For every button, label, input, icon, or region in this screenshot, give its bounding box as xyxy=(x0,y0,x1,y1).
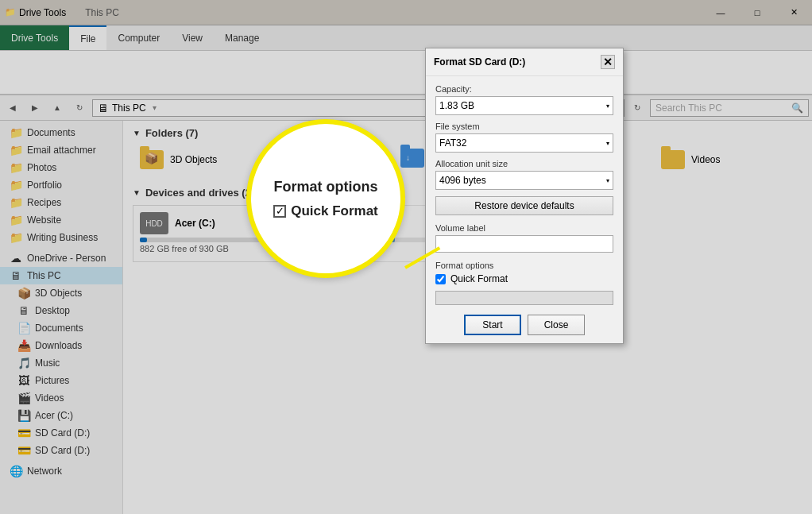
format-progress-bar xyxy=(435,291,613,305)
filesystem-label: File system xyxy=(435,122,613,131)
quick-format-checkbox[interactable] xyxy=(435,274,446,284)
allocation-label: Allocation unit size xyxy=(435,159,613,168)
dialog-title-bar: Format SD Card (D:) ✕ xyxy=(426,48,623,76)
dialog-body: Capacity: 1.83 GB ▾ File system FAT32 ▾ … xyxy=(426,76,623,343)
dialog-action-buttons: Start Close xyxy=(435,315,613,335)
restore-defaults-button[interactable]: Restore device defaults xyxy=(435,196,613,215)
callout-checkbox-icon: ✓ xyxy=(273,205,286,218)
quick-format-label: Quick Format xyxy=(450,273,508,284)
filesystem-arrow-icon: ▾ xyxy=(606,140,609,147)
capacity-label: Capacity: xyxy=(435,84,613,94)
format-options-section-label: Format options xyxy=(435,261,613,270)
dialog-overlay xyxy=(0,0,812,514)
dialog-close-btn[interactable]: Close xyxy=(528,315,585,335)
start-button[interactable]: Start xyxy=(464,315,521,335)
capacity-select[interactable]: 1.83 GB ▾ xyxy=(435,96,613,115)
callout-quick-format-row: ✓ Quick Format xyxy=(273,203,378,219)
restore-btn-row: Restore device defaults xyxy=(435,196,613,215)
callout-quick-format-text: Quick Format xyxy=(291,203,378,219)
capacity-value: 1.83 GB xyxy=(439,100,474,111)
callout-annotation: Format options ✓ Quick Format xyxy=(246,119,405,278)
format-dialog: Format SD Card (D:) ✕ Capacity: 1.83 GB … xyxy=(425,48,624,344)
volume-label-input[interactable] xyxy=(435,235,613,253)
allocation-value: 4096 bytes xyxy=(439,175,486,186)
allocation-arrow-icon: ▾ xyxy=(606,177,609,184)
dialog-close-button[interactable]: ✕ xyxy=(601,55,615,69)
volume-label: Volume label xyxy=(435,223,613,233)
filesystem-value: FAT32 xyxy=(439,137,466,149)
filesystem-select[interactable]: FAT32 ▾ xyxy=(435,133,613,153)
capacity-arrow-icon: ▾ xyxy=(606,102,609,110)
quick-format-row: Quick Format xyxy=(435,273,613,284)
dialog-title-text: Format SD Card (D:) xyxy=(434,56,525,68)
allocation-select[interactable]: 4096 bytes ▾ xyxy=(435,171,613,190)
callout-format-options-text: Format options xyxy=(274,179,378,195)
